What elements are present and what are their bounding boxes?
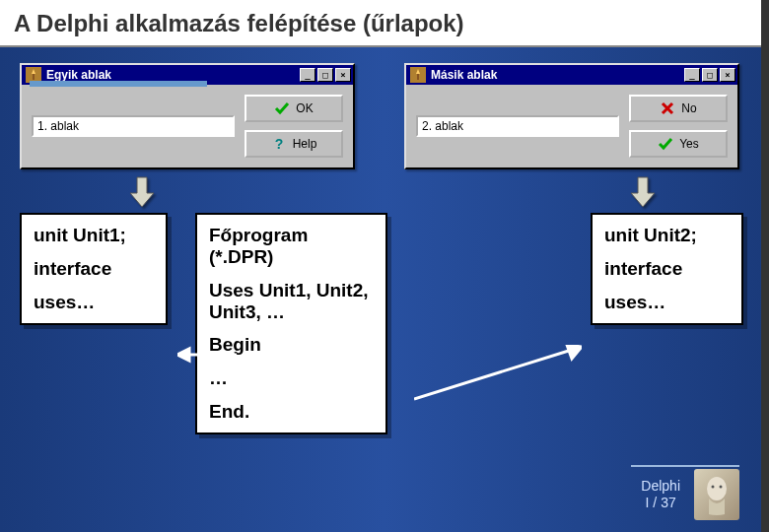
code-line: unit Unit2;	[604, 225, 730, 246]
title-bar: A Delphi alkalmazás felépítése (űrlapok)	[0, 0, 769, 47]
unit1-box: unit Unit1; interface uses…	[20, 213, 168, 325]
help-button[interactable]: ? Help	[245, 130, 343, 158]
code-line: interface	[604, 258, 730, 280]
check-icon	[658, 136, 673, 152]
yes-label: Yes	[679, 137, 699, 151]
close-button[interactable]: ×	[720, 68, 735, 82]
close-button[interactable]: ×	[335, 68, 351, 82]
code-line: Begin	[209, 334, 374, 356]
yes-button[interactable]: Yes	[629, 130, 728, 158]
arrows-row	[0, 169, 769, 209]
svg-rect-0	[33, 74, 35, 80]
svg-rect-2	[417, 74, 419, 80]
no-button[interactable]: No	[629, 95, 728, 122]
svg-point-9	[720, 486, 723, 489]
code-line: End.	[209, 401, 374, 423]
footer-divider	[631, 465, 739, 467]
arrow-down-icon	[128, 175, 156, 209]
code-line: unit Unit1;	[34, 225, 154, 246]
check-icon	[274, 100, 290, 116]
window-egyik: Egyik ablak _ □ × OK ? Hel	[20, 63, 355, 169]
no-label: No	[681, 101, 696, 115]
window-body: OK ? Help	[22, 85, 353, 167]
main-program-box: Főprogram (*.DPR) Uses Unit1, Unit2, Uni…	[195, 213, 387, 434]
maximize-button[interactable]: □	[702, 68, 718, 82]
delphi-logo	[694, 469, 739, 520]
text-input-2[interactable]	[416, 115, 619, 137]
window-caption: Másik ablak	[431, 68, 682, 82]
code-line: Uses Unit1, Unit2, Unit3, …	[209, 280, 374, 323]
maximize-button[interactable]: □	[317, 68, 333, 82]
svg-point-7	[707, 477, 727, 500]
unit2-box: unit Unit2; interface uses…	[591, 213, 743, 325]
window-masik: Másik ablak _ □ × No Yes	[404, 63, 739, 169]
svg-point-8	[712, 486, 715, 489]
code-line: interface	[34, 258, 154, 280]
code-line: …	[209, 367, 374, 389]
windows-row: Egyik ablak _ □ × OK ? Hel	[0, 47, 769, 169]
footer-text: Delphi I / 37	[641, 478, 680, 511]
footer-line2: I / 37	[641, 495, 680, 511]
code-line: uses…	[604, 292, 730, 313]
ok-label: OK	[296, 101, 313, 115]
help-label: Help	[293, 137, 317, 151]
code-line: uses…	[34, 292, 154, 313]
window-titlebar[interactable]: Másik ablak _ □ ×	[406, 65, 737, 85]
minimize-button[interactable]: _	[684, 68, 700, 82]
text-input-1[interactable]	[32, 115, 235, 137]
torch-icon	[410, 67, 426, 83]
svg-text:?: ?	[274, 136, 283, 152]
window-body: No Yes	[406, 85, 737, 167]
code-line: Főprogram (*.DPR)	[209, 225, 374, 268]
footer: Delphi I / 37	[641, 469, 739, 520]
minimize-button[interactable]: _	[300, 68, 315, 82]
accent-line	[30, 81, 207, 87]
window-caption: Egyik ablak	[46, 68, 298, 82]
footer-line1: Delphi	[641, 478, 680, 495]
slide-title: A Delphi alkalmazás felépítése (űrlapok)	[14, 10, 755, 37]
question-icon: ?	[271, 136, 287, 152]
code-boxes-row: unit Unit1; interface uses… Főprogram (*…	[0, 209, 769, 434]
right-edge-strip	[761, 0, 769, 532]
ok-button[interactable]: OK	[245, 95, 343, 122]
arrow-down-icon	[629, 175, 657, 209]
cross-icon	[660, 100, 675, 116]
